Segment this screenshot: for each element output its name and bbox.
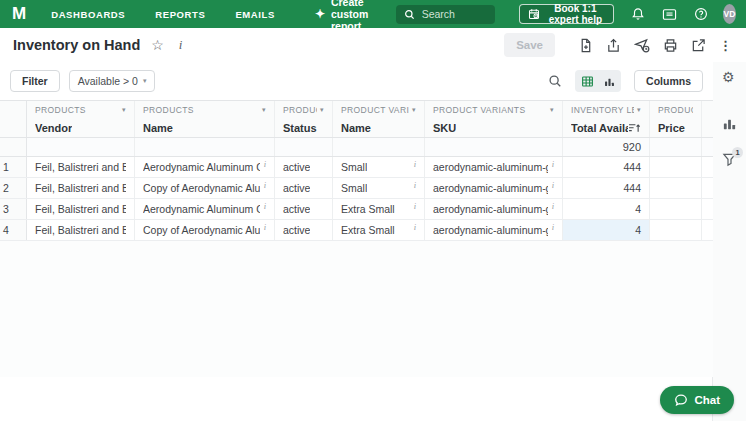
cell-info-icon[interactable]: i [264,178,266,192]
cell-price[interactable] [650,178,702,198]
more-options-kebab-icon[interactable]: ⋮ [719,38,732,53]
group-header-products-name[interactable]: PRODUCTS▾ [135,101,275,118]
global-search-input[interactable]: Search [396,5,495,24]
cell-price[interactable] [650,199,702,219]
group-header-variants-price[interactable]: PRODUCT VARIANTS [650,101,702,118]
report-content-area: Filter Available > 0 ▾ Columns [0,62,713,421]
book-expert-help-button[interactable]: Book 1:1 expert help [519,4,614,24]
cell-total-available[interactable]: 4 [563,199,650,219]
table-row: 3 Feil, Balistreri and Botsford Aerodyna… [0,199,713,220]
cell-info-icon[interactable]: i [414,199,416,213]
column-menu-icon[interactable]: ▾ [637,106,641,114]
cell-info-icon[interactable]: i [414,220,416,234]
save-as-new-report-icon[interactable] [578,38,593,53]
cell-sku[interactable]: aerodynamic-aluminum-gloves-smalli [425,157,563,177]
column-header-name[interactable]: Name [135,118,275,137]
cell-variant-name[interactable]: Smalli [333,157,425,177]
column-group-header-row: PRODUCTS▾ PRODUCTS▾ PRODUCTS▾ PRODUCT VA… [0,101,713,118]
cell-product-name[interactable]: Aerodynamic Aluminum Glovesi [135,199,275,219]
cell-price[interactable] [650,220,702,240]
cell-price[interactable] [650,157,702,177]
cell-variant-name[interactable]: Extra Smalli [333,220,425,240]
cell-variant-name[interactable]: Smalli [333,178,425,198]
user-avatar[interactable]: VD [723,4,736,24]
cell-sku[interactable]: aerodynamic-aluminum-gloves-smalli [425,178,563,198]
cell-info-icon[interactable]: i [552,220,554,234]
data-grid: PRODUCTS▾ PRODUCTS▾ PRODUCTS▾ PRODUCT VA… [0,100,713,377]
column-menu-icon[interactable]: ▾ [550,106,554,114]
help-icon[interactable] [694,7,708,21]
chevron-down-icon: ▾ [143,77,147,85]
column-menu-icon[interactable]: ▾ [262,106,266,114]
column-header-price[interactable]: Price [650,118,702,137]
metorik-logo[interactable]: M [12,4,25,24]
cell-product-name[interactable]: Aerodynamic Aluminum Glovesi [135,157,275,177]
chart-view-toggle-icon[interactable] [599,72,619,90]
column-header-vendor[interactable]: Vendor [27,118,135,137]
cell-info-icon[interactable]: i [552,199,554,213]
column-menu-icon[interactable]: ▾ [412,106,416,114]
column-menu-icon[interactable]: ▾ [122,106,126,114]
calendar-clock-icon [528,8,540,20]
column-header-status[interactable]: Status [275,118,333,137]
cell-info-icon[interactable]: i [414,178,416,192]
cell-vendor[interactable]: Feil, Balistreri and Botsford [27,178,135,198]
cell-vendor[interactable]: Feil, Balistreri and Botsford [27,199,135,219]
active-filter-pill[interactable]: Available > 0 ▾ [69,70,156,92]
row-number: 3 [0,199,27,219]
column-header-sku[interactable]: SKU [425,118,563,137]
cell-total-available-selected[interactable]: 4 [563,220,650,240]
nav-dashboards[interactable]: DASHBOARDS [51,9,125,20]
main-nav: DASHBOARDS REPORTS EMAILS [51,9,275,20]
cell-sku[interactable]: aerodynamic-aluminum-gloves-smalli [425,220,563,240]
column-menu-icon[interactable]: ▾ [320,106,324,114]
summary-total-available: 920 [563,138,650,156]
export-share-icon[interactable] [606,38,621,53]
cell-info-icon[interactable]: i [264,157,266,171]
filters-panel-icon[interactable]: 1 [722,152,737,167]
chat-button[interactable]: Chat [660,386,734,414]
group-header-products-status[interactable]: PRODUCTS▾ [275,101,333,118]
column-header-total-available[interactable]: Total Available [563,118,650,137]
cell-info-icon[interactable]: i [264,220,266,234]
table-view-toggle-icon[interactable] [577,72,597,90]
open-external-link-icon[interactable] [691,38,706,53]
scheduled-send-icon[interactable] [634,38,650,53]
filter-button[interactable]: Filter [10,70,60,92]
cell-info-icon[interactable]: i [552,157,554,171]
cell-status[interactable]: active [275,220,333,240]
cell-status[interactable]: active [275,178,333,198]
cell-info-icon[interactable]: i [414,157,416,171]
cell-product-name[interactable]: Copy of Aerodynamic Aluminum Glovesi [135,178,275,198]
cell-info-icon[interactable]: i [264,199,266,213]
sort-descending-icon[interactable] [628,123,641,133]
column-header-variant-name[interactable]: Name [333,118,425,137]
save-button[interactable]: Save [504,33,555,57]
changelog-icon[interactable] [662,8,677,21]
cell-vendor[interactable]: Feil, Balistreri and Botsford [27,157,135,177]
table-row: 1 Feil, Balistreri and Botsford Aerodyna… [0,157,713,178]
cell-product-name[interactable]: Copy of Aerodynamic Aluminum Glovesi [135,220,275,240]
print-icon[interactable] [663,38,678,53]
nav-reports[interactable]: REPORTS [155,9,205,20]
cell-status[interactable]: active [275,199,333,219]
report-info-icon[interactable]: i [179,37,183,53]
cell-variant-name[interactable]: Extra Smalli [333,199,425,219]
cell-status[interactable]: active [275,157,333,177]
cell-sku[interactable]: aerodynamic-aluminum-gloves-smalli [425,199,563,219]
columns-button[interactable]: Columns [634,70,703,92]
favorite-star-icon[interactable]: ☆ [151,38,164,52]
group-header-products-vendor[interactable]: PRODUCTS▾ [27,101,135,118]
nav-emails[interactable]: EMAILS [235,9,275,20]
cell-info-icon[interactable]: i [552,178,554,192]
cell-total-available[interactable]: 444 [563,157,650,177]
table-search-icon[interactable] [548,74,562,88]
group-header-inventory-levels[interactable]: INVENTORY LEVELS▾ [563,101,650,118]
group-header-variants-sku[interactable]: PRODUCT VARIANTS▾ [425,101,563,118]
chart-panel-icon[interactable] [722,116,737,131]
group-header-variants-name[interactable]: PRODUCT VARIANTS▾ [333,101,425,118]
cell-vendor[interactable]: Feil, Balistreri and Botsford [27,220,135,240]
notifications-bell-icon[interactable] [631,7,645,21]
settings-gear-icon[interactable]: ⚙ [722,69,735,85]
cell-total-available[interactable]: 444 [563,178,650,198]
